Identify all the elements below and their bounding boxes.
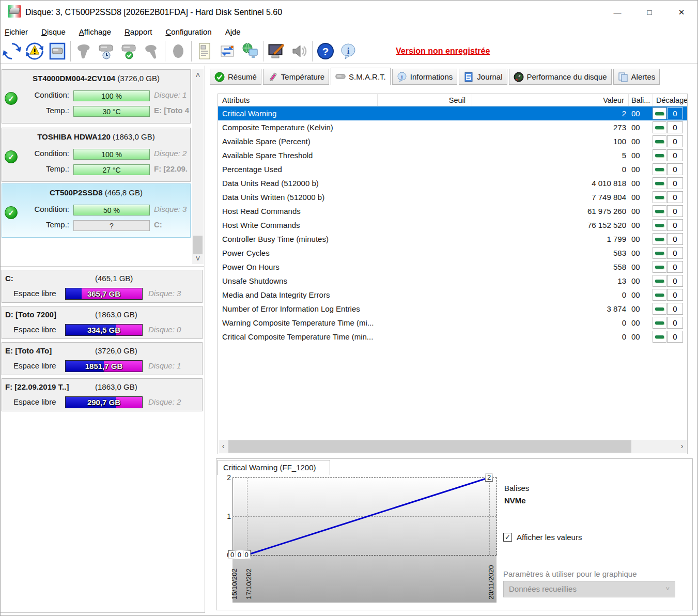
smart-row[interactable]: Warning Composite Temperature Time (mi..… — [218, 316, 687, 330]
smart-row[interactable]: Available Spare (Percent)100000 — [218, 134, 687, 148]
free-space-bar: 290,7 GB — [65, 396, 143, 408]
attribute-value: 61 975 260 — [528, 204, 626, 218]
refresh-icon[interactable] — [1, 40, 23, 63]
display-settings-icon[interactable] — [265, 40, 288, 63]
scroll-right-icon[interactable]: › — [677, 440, 687, 453]
attribute-offset: 0 — [667, 289, 683, 301]
show-values-option[interactable]: ✓ Afficher les valeurs — [503, 533, 582, 542]
smart-row[interactable]: Host Read Commands61 975 260000 — [218, 204, 687, 218]
partition-card-c[interactable]: C:(465,1 GB)Espace libre365,7 GBDisque: … — [2, 270, 203, 303]
attribute-name: Available Spare (Percent) — [222, 134, 444, 148]
minimize-button[interactable]: — — [601, 1, 633, 24]
tab-s-m-a-r-t-[interactable]: S.M.A.R.T. — [331, 68, 391, 85]
condition-label: Condition: — [12, 90, 69, 99]
chart-tab[interactable]: Critical Warning (FF_1200) — [218, 460, 330, 475]
attribute-offset: 0 — [667, 233, 683, 245]
attribute-name: Available Spare Threshold — [222, 148, 444, 162]
smart-row[interactable]: Unsafe Shutdowns13000 — [218, 274, 687, 288]
health-dash-icon — [653, 247, 666, 259]
smart-row[interactable]: Critical Warning2000 — [218, 106, 687, 120]
partition-card-f[interactable]: F: [22.09.2019 T..](1863,0 GB)Espace lib… — [2, 378, 203, 411]
horizontal-scrollbar[interactable]: ‹ › — [219, 440, 687, 453]
network-icon[interactable] — [239, 40, 261, 63]
about-icon[interactable]: i — [337, 40, 360, 63]
toolbar-separator — [263, 41, 263, 61]
summary-icon — [214, 72, 225, 82]
status-alert-icon[interactable] — [23, 40, 46, 63]
health-dash-icon — [653, 163, 666, 175]
free-space-value: 290,7 GB — [66, 397, 142, 408]
attribute-offset: 0 — [667, 219, 683, 231]
checkbox-checked-icon[interactable]: ✓ — [503, 533, 512, 542]
disk-test-ok-icon — [118, 40, 141, 63]
help-icon[interactable]: ? — [314, 40, 337, 63]
attribute-offset: 0 — [667, 191, 683, 203]
tab-journal[interactable]: Journal — [459, 69, 507, 85]
scrollbar-thumb[interactable] — [193, 236, 203, 254]
tab-r-sum-[interactable]: Résumé — [210, 69, 261, 85]
menu-item-configuration[interactable]: Configuration — [165, 27, 211, 36]
toolbar-separator — [312, 41, 313, 61]
tab-label: Performance du disque — [527, 72, 607, 81]
scroll-left-icon[interactable]: ‹ — [219, 440, 228, 453]
maximize-button[interactable]: □ — [633, 1, 665, 24]
menu-item-disque[interactable]: Disque — [41, 27, 66, 36]
smart-row[interactable]: Composite Temperature (Kelvin)273000 — [218, 120, 687, 134]
partition-card-d[interactable]: D: [Toto 7200](1863,0 GB)Espace libre334… — [2, 306, 203, 339]
chart-data-source-select[interactable]: Données recueillies ˅ — [503, 581, 675, 597]
partition-card-e[interactable]: E: [Toto 4To](3726,0 GB)Espace libre1851… — [2, 342, 203, 375]
tab-alertes[interactable]: Alertes — [613, 69, 660, 85]
send-report-icon[interactable] — [216, 40, 239, 63]
scroll-down-icon[interactable]: ᐯ — [192, 253, 204, 264]
select-value: Données recueillies — [509, 584, 577, 593]
health-dash-icon — [653, 317, 666, 329]
scrollbar-thumb[interactable] — [228, 440, 631, 453]
health-dash-icon — [653, 149, 666, 161]
disk-number: Disque: 0 — [148, 325, 181, 334]
smart-row[interactable]: Host Write Commands76 152 520000 — [218, 218, 687, 232]
smart-row[interactable]: Data Units Written (512000 b)7 749 80400… — [218, 190, 687, 204]
smart-row[interactable]: Available Spare Threshold5000 — [218, 148, 687, 162]
attribute-flags: 00 — [631, 204, 652, 218]
smart-row[interactable]: Number of Error Information Log Entries3… — [218, 302, 687, 316]
close-button[interactable]: ✕ — [665, 1, 697, 24]
menu-item-fichier[interactable]: Fichier — [5, 27, 28, 36]
attribute-value: 1 799 — [528, 232, 626, 246]
perf-icon — [514, 72, 524, 82]
menu-item-aide[interactable]: Aide — [225, 27, 241, 36]
menu-item-affichage[interactable]: Affichage — [79, 27, 111, 36]
smart-row[interactable]: Power On Hours558000 — [218, 260, 687, 274]
attribute-flags: 00 — [631, 316, 652, 330]
sound-icon[interactable] — [288, 40, 311, 63]
disk-card-1[interactable]: ST4000DM004-2CV104 (3726,0 GB)Condition:… — [2, 69, 191, 124]
report-icon[interactable] — [193, 40, 216, 63]
smart-row[interactable]: Data Units Read (512000 b)4 010 818000 — [218, 176, 687, 190]
smart-row[interactable]: Media and Data Integrity Errors0000 — [218, 288, 687, 302]
free-space-bar: 365,7 GB — [65, 288, 143, 300]
app-window: Disque: 3, CT500P2SSD8 [2026E2B01FDA] - … — [0, 0, 698, 616]
smart-row[interactable]: Percentage Used0000 — [218, 162, 687, 176]
disk-number: Disque: 1 — [154, 90, 187, 99]
menu-item-rapport[interactable]: Rapport — [125, 27, 152, 36]
chart-parameters-label: Paramètres à utiliser pour le graphique — [503, 569, 637, 578]
disk-card-3[interactable]: CT500P2SSD8 (465,8 GB)Condition:50 %Disq… — [2, 183, 191, 238]
disk-info-icon[interactable] — [46, 40, 69, 63]
disk-list-scrollbar[interactable]: ᐱ ᐯ — [192, 69, 204, 264]
attribute-flags: 00 — [631, 162, 652, 176]
smart-row[interactable]: Controller Busy Time (minutes)1 799000 — [218, 232, 687, 246]
panel-divider — [1, 266, 204, 267]
scroll-up-icon[interactable]: ᐱ — [192, 69, 204, 81]
tab-temp-rature[interactable]: Température — [263, 69, 329, 85]
chart-border-right — [497, 478, 497, 555]
disk-card-2[interactable]: TOSHIBA HDWA120 (1863,0 GB)Condition:100… — [2, 128, 191, 182]
tab-informations[interactable]: iInformations — [392, 69, 458, 85]
disk-title: ST4000DM004-2CV104 (3726,0 GB) — [2, 74, 190, 83]
attribute-value: 0 — [528, 330, 626, 344]
smart-row[interactable]: Power Cycles583000 — [218, 246, 687, 260]
unregistered-version-link[interactable]: Version non enregistrée — [396, 47, 490, 56]
attribute-value: 5 — [528, 148, 626, 162]
health-dash-icon — [653, 331, 666, 343]
tab-performance-du-disque[interactable]: Performance du disque — [509, 69, 612, 85]
smart-row[interactable]: Critical Composite Temperature Time (min… — [218, 330, 687, 344]
smart-table-header[interactable]: Attributs Seuil Valeur Bali... Décalage — [218, 94, 687, 106]
